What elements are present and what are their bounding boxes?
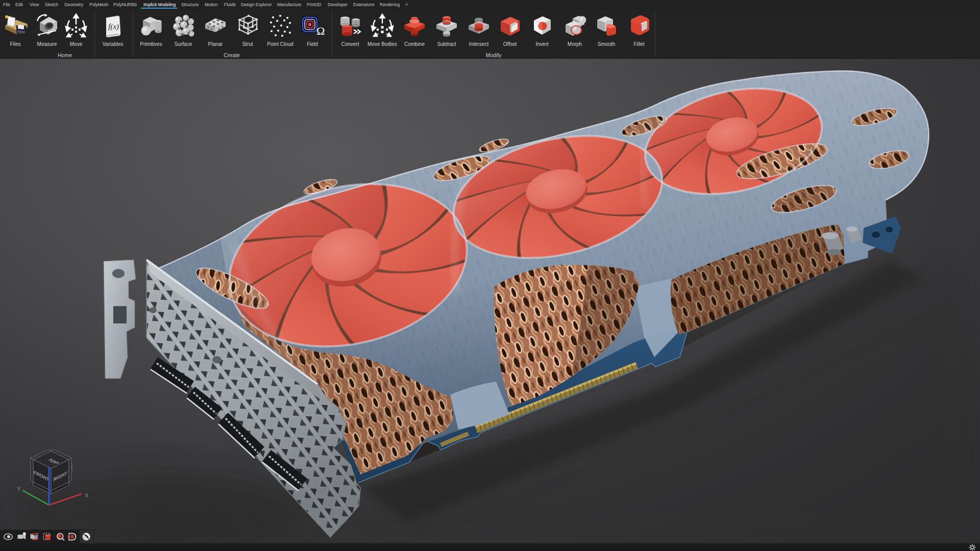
svg-text:Y: Y (17, 486, 21, 492)
svg-text:Ω: Ω (316, 24, 325, 37)
svg-text:X: X (85, 492, 89, 498)
svg-text:f(x): f(x) (108, 22, 119, 31)
